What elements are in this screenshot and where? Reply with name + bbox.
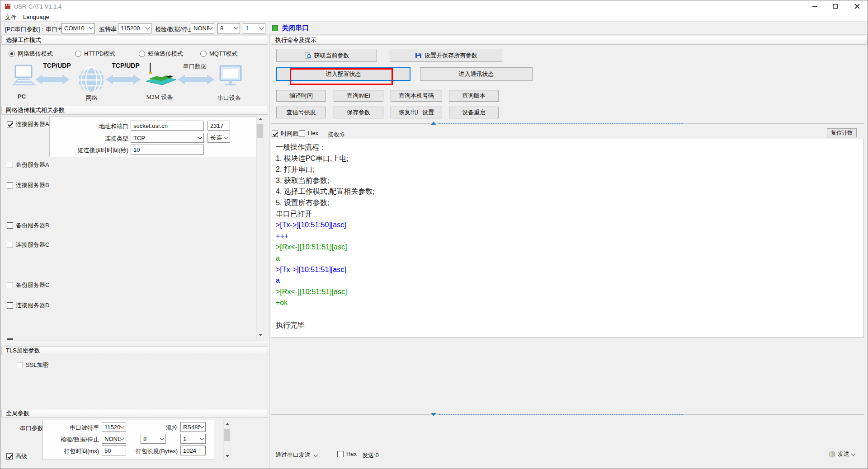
backup-a-label: 备份服务器A	[16, 161, 49, 169]
query-signal-button[interactable]: 查信号强度	[276, 107, 326, 118]
splitter-grip[interactable]	[439, 123, 683, 124]
server-a-checkbox[interactable]: 连接服务器A	[7, 120, 49, 128]
scroll-down-icon[interactable]	[226, 455, 229, 457]
radio-selected-icon	[9, 51, 15, 57]
query-version-label: 查询版本	[462, 92, 486, 100]
minimize-icon	[812, 6, 817, 7]
pack-time-label: 打包时间(ms)	[55, 447, 99, 455]
parity-select[interactable]: NONE	[191, 23, 214, 33]
query-version-button[interactable]: 查询版本	[449, 90, 499, 102]
scroll-up-icon[interactable]	[226, 423, 229, 425]
factory-reset-button[interactable]: 恢复出厂设置	[391, 107, 442, 118]
search-document-icon	[304, 52, 311, 59]
close-button[interactable]	[846, 0, 868, 12]
set-save-all-button[interactable]: 设置并保存所有参数	[390, 49, 502, 62]
keepalive-select[interactable]: 长连	[208, 133, 230, 143]
databits-select[interactable]: 8	[217, 23, 240, 33]
chevron-down-icon	[89, 25, 94, 30]
log-line: +++	[276, 231, 859, 242]
serial-device-monitor-icon	[220, 66, 241, 85]
reset-count-button[interactable]: 复位计数	[827, 128, 857, 137]
server-b-checkbox[interactable]: 连接服务器B	[7, 181, 49, 189]
send-via-serial-dropdown[interactable]: 通过串口发送	[275, 451, 317, 459]
send-button[interactable]: 发送	[829, 450, 855, 458]
timeout-input[interactable]	[131, 145, 204, 155]
ssl-checkbox[interactable]: SSL加密	[17, 361, 49, 369]
query-number-button[interactable]: 查询本机号码	[391, 90, 442, 102]
g-baud-select[interactable]: 115200	[102, 422, 126, 432]
log-line: 一般操作流程：	[276, 142, 859, 153]
left-panel-scrollbar[interactable]	[256, 115, 264, 339]
splitter-collapse-down-icon[interactable]	[431, 413, 436, 416]
scroll-up-icon[interactable]	[259, 118, 262, 120]
server-d-checkbox[interactable]: 连接服务器D	[7, 301, 49, 310]
backup-b-checkbox[interactable]: 备份服务器B	[7, 221, 49, 230]
menu-file[interactable]: 文件	[5, 14, 17, 22]
global-panel-scrollbar[interactable]	[223, 420, 231, 460]
arrow-left-right-icon	[178, 75, 214, 84]
node-label-m2m: M2M 设备	[142, 93, 178, 101]
flow-select[interactable]: RS485	[180, 422, 206, 432]
backup-a-checkbox[interactable]: 备份服务器A	[7, 161, 49, 169]
scrollbar-thumb[interactable]	[224, 429, 230, 441]
g-parity-value: NONE	[104, 436, 121, 442]
app-icon	[4, 3, 11, 11]
g-parity-select[interactable]: NONE	[102, 434, 126, 444]
close-serial-button[interactable]: 关闭串口	[282, 24, 309, 33]
radio-httpd-mode[interactable]: HTTPD模式	[75, 50, 115, 58]
server-a-port-input[interactable]	[208, 121, 230, 131]
advanced-checkbox[interactable]: 高级	[6, 452, 27, 460]
pack-len-label: 打包长度(Bytes)	[127, 447, 178, 455]
save-params-button[interactable]: 保存参数	[334, 107, 383, 118]
app-window: USR-CAT1 V1.1.4 文件 Language [PC串口参数]：串口号…	[0, 0, 868, 469]
checkbox-icon	[7, 302, 13, 309]
radio-mqtt-mode[interactable]: MQTT模式	[200, 50, 238, 58]
chevron-down-icon	[224, 135, 229, 139]
commands-header-label: 执行命令及提示	[275, 36, 316, 44]
radio-icon	[200, 51, 207, 57]
maximize-button[interactable]	[825, 0, 846, 12]
send-via-serial-label: 通过串口发送	[275, 451, 311, 459]
minimize-button[interactable]	[804, 0, 825, 12]
radio-net-transparent-mode[interactable]: 网络透传模式	[9, 50, 53, 58]
global-params-header: 全局参数	[1, 409, 268, 418]
checkbox-icon	[299, 130, 305, 136]
radio-sms-mode[interactable]: 短信透传模式	[139, 50, 183, 58]
log-line: 串口已打开	[276, 209, 859, 220]
enter-comm-button[interactable]: 进入通讯状态	[420, 67, 533, 81]
chevron-down-icon	[160, 436, 165, 440]
com-port-select[interactable]: COM10	[61, 23, 95, 33]
query-imei-button[interactable]: 查询IMEI	[334, 90, 383, 102]
global-params-header-label: 全局参数	[6, 409, 29, 417]
conn-type-label: 连接类型	[68, 135, 128, 143]
stopbits-select[interactable]: 1	[243, 23, 265, 33]
g-databits-select[interactable]: 8	[141, 434, 166, 444]
scrollbar-thumb[interactable]	[257, 124, 263, 138]
window-title: USR-CAT1 V1.1.4	[14, 3, 61, 10]
timestamp-checkbox[interactable]: 时间戳	[272, 130, 298, 138]
log-line	[276, 309, 859, 320]
g-stopbits-select[interactable]: 1	[180, 434, 206, 444]
backup-c-checkbox[interactable]: 备份服务器C	[7, 281, 49, 289]
log-output-area[interactable]: 一般操作流程： 1. 模块连PC串口,上电; 2. 打开串口; 3. 获取当前参…	[271, 139, 864, 338]
conn-type-select[interactable]: TCP	[131, 133, 204, 143]
baud-select[interactable]: 115200	[118, 23, 151, 33]
ssl-label: SSL加密	[26, 361, 49, 369]
log-hex-checkbox[interactable]: Hex	[299, 130, 318, 136]
checkbox-icon	[337, 451, 344, 457]
scroll-down-icon[interactable]	[259, 334, 262, 336]
pack-time-input[interactable]	[102, 446, 126, 455]
menu-language[interactable]: Language	[23, 14, 49, 20]
log-line: 4. 选择工作模式,配置相关参数;	[276, 186, 859, 197]
server-c-checkbox[interactable]: 连接服务器C	[7, 241, 49, 249]
compile-time-button[interactable]: 编译时间	[276, 90, 326, 102]
pack-len-input[interactable]	[180, 446, 206, 455]
splitter-collapse-up-icon[interactable]	[431, 122, 436, 125]
device-restart-button[interactable]: 设备重启	[449, 107, 499, 118]
server-a-address-input[interactable]	[131, 121, 204, 131]
get-params-button[interactable]: 获取当前参数	[276, 49, 377, 62]
splitter-grip[interactable]	[439, 414, 683, 415]
backup-b-label: 备份服务器B	[16, 221, 49, 230]
send-hex-checkbox[interactable]: Hex	[337, 450, 357, 457]
timeout-label: 短连接超时时间(秒)	[59, 146, 128, 155]
